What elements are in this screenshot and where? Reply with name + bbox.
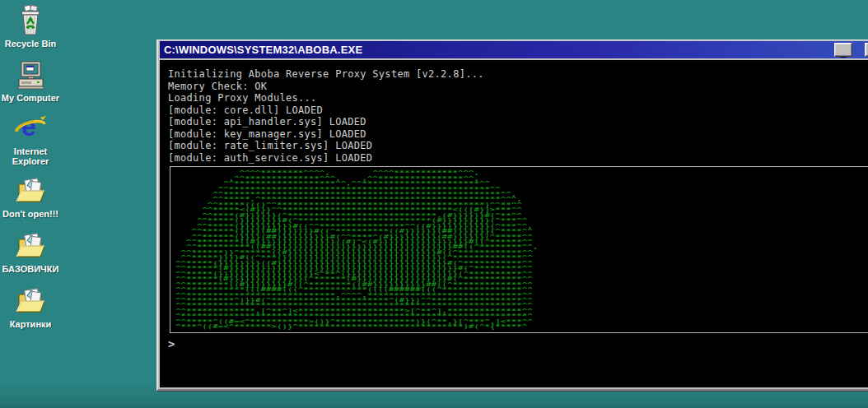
- desktop-icon-label: Картинки: [10, 319, 52, 329]
- console-line: Memory Check: OK: [168, 81, 868, 93]
- open-folder-icon: [15, 175, 46, 206]
- console-line: [module: rate_limiter.sys] LOADED: [168, 140, 868, 152]
- console-line: [module: key_manager.sys] LOADED: [168, 128, 868, 141]
- desktop-icon-internet-explorer[interactable]: e Internet Explorer: [1, 113, 60, 166]
- ascii-art-frame: ^^^^********^^^^, ^^^^************^^^, ,…: [170, 166, 868, 333]
- desktop-icon-my-computer[interactable]: My Computer: [1, 59, 60, 103]
- command-prompt[interactable]: >: [168, 337, 868, 350]
- desktop-icon-recycle-bin[interactable]: Recycle Bin: [1, 5, 60, 49]
- console-line: [module: core.dll] LOADED: [168, 104, 868, 117]
- internet-explorer-icon: e: [14, 113, 47, 144]
- desktop-icon-label: Don't open!!!: [2, 209, 58, 219]
- desktop-icon-bazovichki[interactable]: БАЗОВИЧКИ: [1, 230, 60, 274]
- desktop-icon-label: БАЗОВИЧКИ: [2, 264, 59, 274]
- open-folder-icon: [15, 230, 46, 262]
- desktop-icon-kartinki[interactable]: Картинки: [1, 285, 60, 329]
- maximize-button[interactable]: [865, 43, 868, 57]
- svg-text:e: e: [21, 112, 36, 141]
- my-computer-icon: [16, 59, 45, 90]
- ascii-art: ^^^^********^^^^, ^^^^************^^^, ,…: [175, 170, 538, 330]
- console-line: Loading Proxy Modules...: [168, 92, 868, 104]
- desktop-icon-label: Internet Explorer: [1, 146, 60, 166]
- desktop-icon-label: Recycle Bin: [5, 39, 56, 49]
- console-line: [module: auth_service.sys] LOADED: [168, 152, 868, 165]
- console-output[interactable]: Initializing Aboba Reverse Proxy System …: [160, 60, 868, 387]
- console-line: Initializing Aboba Reverse Proxy System …: [168, 68, 868, 81]
- console-window: C:\WINDOWS\SYSTEM32\ABOBA.EXE _ Initiali…: [156, 39, 868, 391]
- desktop-icon-label: My Computer: [2, 93, 59, 103]
- window-title: C:\WINDOWS\SYSTEM32\ABOBA.EXE: [160, 44, 362, 56]
- console-line: [module: api_handler.sys] LOADED: [168, 116, 868, 128]
- minimize-button[interactable]: _: [834, 43, 852, 57]
- open-folder-icon: [15, 285, 46, 317]
- window-titlebar[interactable]: C:\WINDOWS\SYSTEM32\ABOBA.EXE _: [160, 41, 868, 58]
- desktop-icon-dont-open[interactable]: Don't open!!!: [1, 175, 60, 219]
- recycle-bin-icon: [17, 5, 44, 36]
